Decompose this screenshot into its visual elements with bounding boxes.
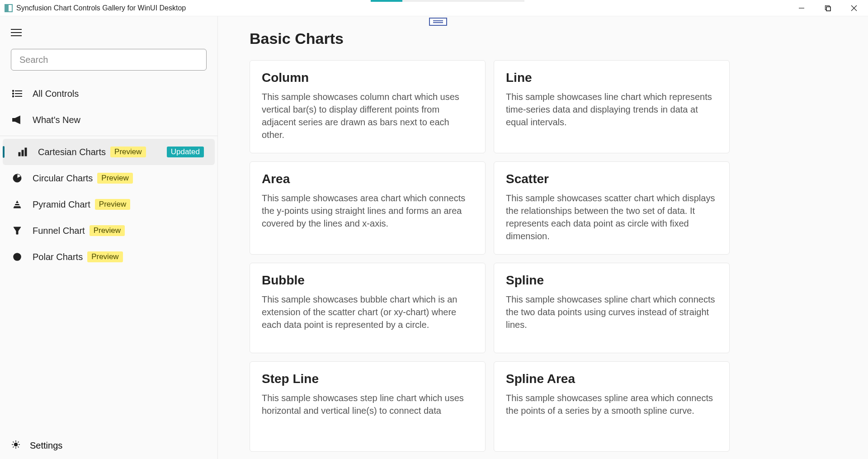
svg-rect-13 bbox=[22, 150, 24, 156]
sidebar-divider bbox=[0, 136, 217, 136]
card-title: Area bbox=[262, 172, 473, 186]
list-icon bbox=[11, 90, 24, 98]
content-area: Basic Charts Column This sample showcase… bbox=[218, 16, 868, 459]
gear-icon bbox=[11, 440, 21, 452]
card-title: Bubble bbox=[262, 273, 473, 288]
svg-rect-2 bbox=[826, 7, 830, 11]
app-icon bbox=[5, 4, 13, 12]
card-step-line[interactable]: Step Line This sample showcases step lin… bbox=[250, 361, 486, 452]
sidebar-item-polar-charts[interactable]: Polar Charts Preview bbox=[0, 244, 217, 270]
preview-badge: Preview bbox=[110, 147, 146, 157]
window-title: Syncfusion Chart Controls Gallery for Wi… bbox=[16, 4, 186, 12]
preview-badge: Preview bbox=[97, 173, 132, 184]
sidebar-item-label: Pyramid Chart bbox=[33, 199, 90, 210]
svg-rect-12 bbox=[19, 152, 20, 156]
card-desc: This sample showcases area chart which c… bbox=[262, 192, 473, 230]
sidebar-item-circular-charts[interactable]: Circular Charts Preview bbox=[0, 165, 217, 191]
card-title: Spline bbox=[506, 273, 717, 288]
card-desc: This sample showcases spline chart which… bbox=[506, 293, 717, 331]
card-grid: Column This sample showcases column char… bbox=[250, 60, 836, 452]
card-desc: This sample showcases scatter chart whic… bbox=[506, 192, 717, 242]
svg-marker-19 bbox=[14, 227, 21, 234]
card-desc: This sample showcases column chart which… bbox=[262, 90, 473, 141]
sidebar-item-label: All Controls bbox=[33, 89, 79, 99]
preview-badge: Preview bbox=[87, 251, 123, 262]
polar-icon bbox=[11, 252, 24, 261]
close-button[interactable] bbox=[841, 0, 867, 16]
card-line[interactable]: Line This sample showcases line chart wh… bbox=[494, 60, 730, 153]
megaphone-icon bbox=[11, 115, 24, 124]
hamburger-button[interactable] bbox=[8, 24, 24, 41]
top-progress-strip bbox=[371, 0, 524, 2]
page-title: Basic Charts bbox=[250, 30, 836, 47]
card-desc: This sample showcases line chart which r… bbox=[506, 90, 717, 128]
sidebar-item-label: Funnel Chart bbox=[33, 226, 85, 236]
sidebar-item-whats-new[interactable]: What's New bbox=[0, 107, 217, 133]
card-area[interactable]: Area This sample showcases area chart wh… bbox=[250, 161, 486, 255]
sidebar-item-label: Circular Charts bbox=[33, 173, 93, 184]
preview-badge: Preview bbox=[90, 225, 125, 236]
card-title: Spline Area bbox=[506, 372, 717, 386]
svg-rect-14 bbox=[25, 148, 27, 156]
updated-badge: Updated bbox=[167, 147, 204, 157]
svg-marker-16 bbox=[14, 201, 21, 208]
maximize-button[interactable] bbox=[815, 0, 841, 16]
card-spline[interactable]: Spline This sample showcases spline char… bbox=[494, 263, 730, 353]
svg-point-26 bbox=[14, 443, 18, 446]
funnel-icon bbox=[11, 226, 24, 235]
titlebar: Syncfusion Chart Controls Gallery for Wi… bbox=[0, 0, 868, 16]
minimize-button[interactable] bbox=[788, 0, 815, 16]
search-field[interactable] bbox=[19, 55, 198, 65]
card-desc: This sample showcases spline area which … bbox=[506, 392, 717, 417]
settings-label: Settings bbox=[30, 440, 62, 451]
sidebar-item-all-controls[interactable]: All Controls bbox=[0, 80, 217, 107]
search-input[interactable] bbox=[11, 49, 207, 71]
card-title: Step Line bbox=[262, 372, 473, 386]
pyramid-icon bbox=[11, 200, 24, 209]
card-desc: This sample showcases step line chart wh… bbox=[262, 392, 473, 417]
svg-point-9 bbox=[13, 90, 14, 91]
sidebar-item-label: Cartesian Charts bbox=[38, 147, 106, 157]
svg-point-10 bbox=[13, 93, 14, 94]
dock-indicator-icon bbox=[429, 18, 447, 26]
card-desc: This sample showcases bubble chart which… bbox=[262, 293, 473, 331]
card-bubble[interactable]: Bubble This sample showcases bubble char… bbox=[250, 263, 486, 353]
sidebar-item-label: What's New bbox=[33, 115, 80, 125]
card-column[interactable]: Column This sample showcases column char… bbox=[250, 60, 486, 153]
card-title: Line bbox=[506, 71, 717, 85]
sidebar-item-funnel-chart[interactable]: Funnel Chart Preview bbox=[0, 218, 217, 244]
sidebar: All Controls What's New Cartesian Charts… bbox=[0, 16, 218, 459]
pie-chart-icon bbox=[11, 174, 24, 183]
card-spline-area[interactable]: Spline Area This sample showcases spline… bbox=[494, 361, 730, 452]
sidebar-item-label: Polar Charts bbox=[33, 252, 83, 262]
bar-chart-icon bbox=[16, 147, 29, 156]
svg-point-11 bbox=[13, 96, 14, 97]
preview-badge: Preview bbox=[95, 199, 130, 210]
card-title: Scatter bbox=[506, 172, 717, 186]
sidebar-item-pyramid-chart[interactable]: Pyramid Chart Preview bbox=[0, 191, 217, 218]
sidebar-item-cartesian-charts[interactable]: Cartesian Charts Preview Updated bbox=[3, 139, 215, 165]
card-title: Column bbox=[262, 71, 473, 85]
card-scatter[interactable]: Scatter This sample showcases scatter ch… bbox=[494, 161, 730, 255]
sidebar-item-settings[interactable]: Settings bbox=[0, 432, 217, 459]
